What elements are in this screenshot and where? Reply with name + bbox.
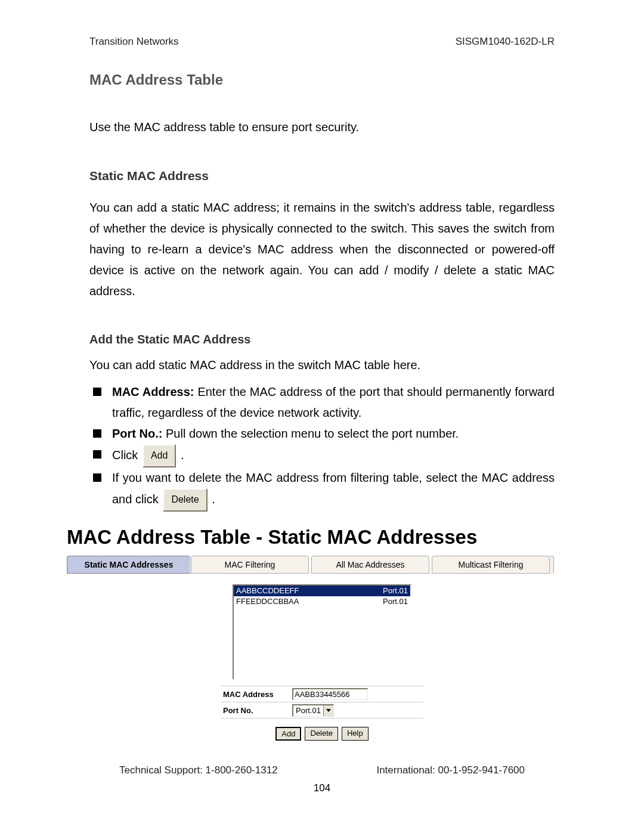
bullet-click-add-pre: Click [112, 448, 141, 462]
delete-button[interactable]: Delete [305, 727, 338, 741]
tab-all-mac[interactable]: All Mac Addresses [311, 556, 429, 574]
section-title-mac-table: MAC Address Table [89, 72, 555, 88]
port-no-select[interactable]: Port.01 [292, 704, 334, 717]
screenshot-title: MAC Address Table - Static MAC Addresses [0, 526, 644, 549]
tab-mac-filtering[interactable]: MAC Filtering [191, 556, 309, 574]
bullet-delete-post: . [212, 493, 215, 506]
add-static-intro: You can add static MAC address in the sw… [89, 355, 555, 376]
header-right: SISGM1040-162D-LR [456, 36, 555, 48]
list-mac: AABBCCDDEEFF [236, 586, 299, 596]
page-number: 104 [0, 782, 644, 794]
list-port: Port.01 [383, 586, 408, 596]
footer-right: International: 00-1-952-941-7600 [376, 764, 525, 776]
list-item[interactable]: AABBCCDDEEFF Port.01 [234, 586, 410, 596]
section-intro: Use the MAC address table to ensure port… [89, 117, 555, 138]
tab-bar: Static MAC Addresses MAC Filtering All M… [67, 556, 577, 574]
bullet-port-no-text: Pull down the selection menu to select t… [162, 427, 459, 440]
bullet-mac-address: MAC Address: Enter the MAC address of th… [89, 382, 555, 423]
port-no-label: Port No. [221, 706, 290, 715]
inline-delete-button: Delete [163, 488, 207, 512]
static-mac-paragraph: You can add a static MAC address; it rem… [89, 197, 555, 302]
add-button[interactable]: Add [275, 727, 301, 741]
subsection-static-mac: Static MAC Address [89, 169, 555, 183]
inline-add-button: Add [143, 444, 176, 467]
list-item[interactable]: FFEEDDCCBBAA Port.01 [234, 596, 410, 607]
mac-address-label: MAC Address [221, 690, 290, 699]
list-port: Port.01 [383, 596, 408, 607]
bullet-mac-address-label: MAC Address: [112, 385, 194, 398]
list-mac: FFEEDDCCBBAA [236, 596, 299, 607]
header-left: Transition Networks [89, 36, 179, 48]
mac-listbox[interactable]: AABBCCDDEEFF Port.01 FFEEDDCCBBAA Port.0… [233, 584, 411, 680]
footer-left: Technical Support: 1-800-260-1312 [119, 764, 278, 776]
tab-static-mac[interactable]: Static MAC Addresses [67, 556, 191, 574]
bullet-click-add: Click Add . [89, 444, 555, 467]
port-no-value: Port.01 [293, 705, 323, 716]
bullet-delete: If you want to delete the MAC address fr… [89, 467, 555, 512]
mac-address-input[interactable] [292, 688, 368, 700]
bullet-port-no: Port No.: Pull down the selection menu t… [89, 423, 555, 444]
bullet-port-no-label: Port No.: [112, 427, 162, 440]
bullet-click-add-post: . [181, 448, 184, 462]
subsection-add-static: Add the Static MAC Address [89, 333, 555, 346]
chevron-down-icon[interactable] [323, 705, 333, 716]
tab-multicast[interactable]: Multicast Filtering [432, 556, 550, 574]
help-button[interactable]: Help [342, 727, 369, 741]
